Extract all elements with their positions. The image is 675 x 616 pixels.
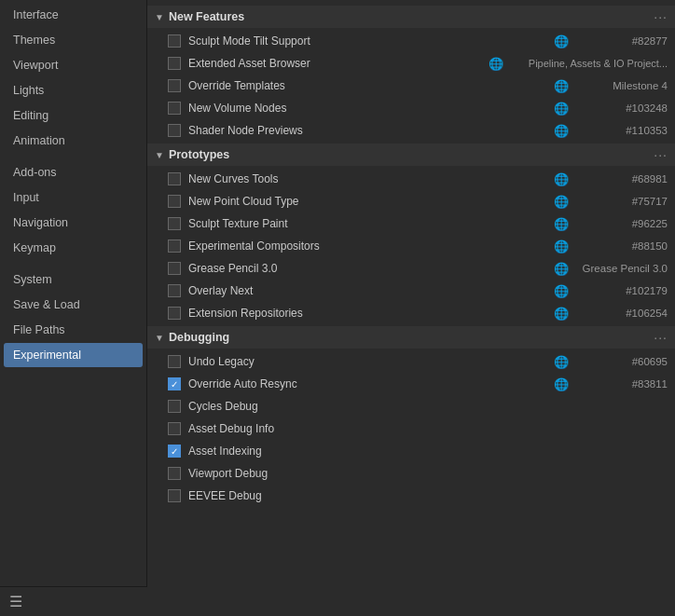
row-ref: #106254	[574, 308, 668, 319]
row-label: Extended Asset Browser	[188, 57, 489, 70]
sidebar-item-editing[interactable]: Editing	[4, 103, 143, 128]
globe-icon[interactable]: 🌐	[554, 102, 569, 116]
section-arrow-debugging: ▼	[155, 333, 164, 343]
sidebar-item-animation[interactable]: Animation	[4, 129, 143, 153]
row-viewport-debug: Viewport Debug	[147, 462, 675, 485]
hamburger-icon[interactable]: ☰	[9, 594, 22, 609]
row-ref: #68981	[574, 173, 668, 185]
checkbox-shader-node-previews[interactable]	[168, 124, 181, 137]
section-header-new-features[interactable]: ▼ New Features ···	[147, 6, 675, 28]
checkbox-override-templates[interactable]	[168, 79, 181, 92]
sidebar-item-themes[interactable]: Themes	[4, 28, 143, 52]
sidebar-item-file-paths[interactable]: File Paths	[4, 318, 143, 342]
section-title-debugging: Debugging	[169, 331, 654, 344]
row-label: New Curves Tools	[188, 172, 554, 185]
section-header-debugging[interactable]: ▼ Debugging ···	[147, 326, 675, 349]
main-content: ▼ New Features ··· Sculpt Mode Tilt Supp…	[147, 0, 675, 616]
checkbox-override-auto-resync[interactable]	[168, 377, 181, 390]
row-label: Sculpt Texture Paint	[188, 217, 554, 230]
row-ref: Pipeline, Assets & IO Project...	[509, 58, 668, 69]
row-grease-pencil-3.0: Grease Pencil 3.0🌐Grease Pencil 3.0	[147, 257, 675, 280]
globe-icon[interactable]: 🌐	[554, 240, 569, 253]
globe-icon[interactable]: 🌐	[554, 377, 569, 391]
row-label: Extension Repositories	[188, 307, 554, 320]
checkbox-extension-repositories[interactable]	[168, 307, 181, 320]
checkbox-asset-debug-info[interactable]	[168, 422, 181, 435]
row-label: Grease Pencil 3.0	[188, 262, 554, 275]
row-ref: #102179	[574, 285, 668, 296]
row-asset-indexing: Asset Indexing	[147, 440, 675, 462]
checkbox-undo-legacy[interactable]	[168, 355, 181, 368]
row-shader-node-previews: Shader Node Previews🌐#110353	[147, 119, 675, 142]
section-title-new-features: New Features	[169, 10, 654, 23]
sidebar-item-experimental[interactable]: Experimental	[4, 343, 143, 367]
row-overlay-next: Overlay Next🌐#102179	[147, 280, 675, 302]
row-label: Overlay Next	[188, 284, 554, 297]
row-asset-debug-info: Asset Debug Info	[147, 418, 675, 440]
checkbox-experimental-compositors[interactable]	[168, 240, 181, 253]
row-experimental-compositors: Experimental Compositors🌐#88150	[147, 235, 675, 257]
checkbox-new-point-cloud-type[interactable]	[168, 195, 181, 208]
globe-icon[interactable]: 🌐	[554, 284, 569, 298]
section-title-prototypes: Prototypes	[169, 148, 654, 161]
sidebar-item-lights[interactable]: Lights	[4, 78, 143, 103]
row-label: Override Templates	[188, 79, 554, 92]
checkbox-extended-asset-browser[interactable]	[168, 57, 181, 70]
section-header-prototypes[interactable]: ▼ Prototypes ···	[147, 144, 675, 166]
section-arrow-new-features: ▼	[155, 12, 164, 22]
checkbox-new-volume-nodes[interactable]	[168, 102, 181, 115]
sidebar-item-input[interactable]: Input	[4, 185, 143, 210]
row-ref: #110353	[574, 125, 668, 136]
globe-icon[interactable]: 🌐	[554, 355, 569, 369]
row-ref: #88150	[574, 240, 668, 252]
bottom-bar: ☰	[0, 586, 147, 616]
section-arrow-prototypes: ▼	[155, 150, 164, 160]
row-ref: Milestone 4	[574, 80, 668, 91]
globe-icon[interactable]: 🌐	[554, 172, 569, 186]
row-new-point-cloud-type: New Point Cloud Type🌐#75717	[147, 190, 675, 212]
sidebar-item-viewport[interactable]: Viewport	[4, 53, 143, 77]
globe-icon[interactable]: 🌐	[554, 195, 569, 209]
sidebar: InterfaceThemesViewportLightsEditingAnim…	[0, 0, 147, 616]
checkbox-sculpt-texture-paint[interactable]	[168, 217, 181, 230]
section-dots-prototypes: ···	[654, 147, 668, 162]
checkbox-sculpt-mode-tilt-support[interactable]	[168, 34, 181, 48]
row-ref: #75717	[574, 196, 668, 207]
row-label: Asset Indexing	[188, 445, 668, 458]
sidebar-item-navigation[interactable]: Navigation	[4, 211, 143, 235]
row-label: Experimental Compositors	[188, 240, 554, 253]
row-label: Cycles Debug	[188, 400, 668, 413]
row-override-templates: Override Templates🌐Milestone 4	[147, 75, 675, 97]
checkbox-asset-indexing[interactable]	[168, 445, 181, 458]
section-dots-debugging: ···	[654, 330, 668, 345]
globe-icon[interactable]: 🌐	[489, 57, 503, 71]
checkbox-cycles-debug[interactable]	[168, 400, 181, 413]
globe-icon[interactable]: 🌐	[554, 34, 569, 48]
sidebar-item-interface[interactable]: Interface	[4, 3, 143, 27]
row-ref: #60695	[574, 356, 668, 367]
row-ref: #83811	[574, 378, 668, 390]
checkbox-new-curves-tools[interactable]	[168, 172, 181, 185]
sidebar-item-keymap[interactable]: Keymap	[4, 236, 143, 260]
sidebar-item-system[interactable]: System	[4, 267, 143, 292]
row-label: New Point Cloud Type	[188, 195, 554, 208]
globe-icon[interactable]: 🌐	[554, 124, 569, 138]
sidebar-item-save-and-load[interactable]: Save & Load	[4, 293, 143, 317]
sidebar-item-add-ons[interactable]: Add-ons	[4, 160, 143, 185]
row-override-auto-resync: Override Auto Resync🌐#83811	[147, 373, 675, 395]
row-label: Asset Debug Info	[188, 422, 668, 435]
row-extension-repositories: Extension Repositories🌐#106254	[147, 302, 675, 324]
row-sculpt-texture-paint: Sculpt Texture Paint🌐#96225	[147, 212, 675, 235]
checkbox-grease-pencil-3.0[interactable]	[168, 262, 181, 275]
checkbox-viewport-debug[interactable]	[168, 467, 181, 480]
globe-icon[interactable]: 🌐	[554, 262, 569, 276]
row-label: Override Auto Resync	[188, 377, 554, 390]
globe-icon[interactable]: 🌐	[554, 79, 569, 93]
row-cycles-debug: Cycles Debug	[147, 395, 675, 418]
checkbox-overlay-next[interactable]	[168, 284, 181, 297]
row-label: Viewport Debug	[188, 467, 668, 480]
checkbox-eevee-debug[interactable]	[168, 489, 181, 502]
globe-icon[interactable]: 🌐	[554, 307, 569, 321]
globe-icon[interactable]: 🌐	[554, 217, 569, 231]
row-label: Undo Legacy	[188, 355, 554, 368]
